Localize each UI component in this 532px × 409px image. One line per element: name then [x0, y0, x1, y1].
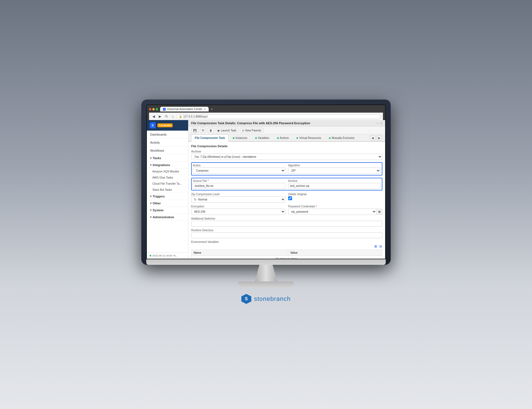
- tab-instances[interactable]: Instances: [229, 134, 251, 141]
- additional-switches-input[interactable]: [191, 221, 382, 227]
- encryption-col: Encryption AES-256: [191, 205, 285, 215]
- archiver-label: Archiver: [191, 150, 382, 153]
- env-remove-button[interactable]: ⊖: [379, 244, 382, 248]
- action-select[interactable]: Compress: [193, 167, 285, 174]
- tab-prev-button[interactable]: ◀: [370, 135, 376, 141]
- delete-original-checkbox[interactable]: [288, 196, 292, 200]
- save-button[interactable]: 💾: [191, 128, 198, 133]
- section-title: File Compression Details: [191, 144, 382, 148]
- sidebar-section-system[interactable]: ▾ System: [147, 207, 188, 214]
- window-titlebar: File Compression Task Details: Compress …: [188, 120, 385, 126]
- sidebar-item-cloud-file[interactable]: Cloud File Transfer Ta...: [147, 181, 188, 187]
- system-arrow: ▾: [150, 209, 152, 212]
- tab-next-button[interactable]: ▶: [376, 135, 382, 141]
- brand-icon: S: [241, 294, 251, 304]
- url-text: 127.0.0.1:8080/uac/: [183, 115, 208, 118]
- tasks-arrow: ▾: [150, 157, 152, 159]
- archive-input[interactable]: [288, 183, 381, 189]
- sidebar-item-aws-glue[interactable]: AWS Glue Tasks: [147, 175, 188, 181]
- source-file-input[interactable]: [193, 183, 285, 189]
- tab-virtual-resources[interactable]: Virtual Resources: [293, 134, 325, 141]
- source-file-label: Source File *: [193, 179, 285, 182]
- runtime-directory-input[interactable]: [191, 232, 382, 238]
- sidebar: S 7.2-ue-dev Dashboards Activity Workflo…: [147, 120, 188, 259]
- screen: S Universal Automation Center ✕ + ◀ ▶ ↻ …: [146, 105, 386, 259]
- status-text: 2022-09-13 18:56 +0...: [152, 254, 178, 257]
- archive-label: Archive: [288, 179, 381, 182]
- browser-top: S Universal Automation Center ✕ +: [149, 107, 383, 111]
- env-col-name: Name: [191, 250, 288, 256]
- sidebar-item-activity[interactable]: Activity: [147, 139, 188, 147]
- source-archive-group: Source File * Archive: [191, 178, 382, 190]
- window-title: File Compression Task Details: Compress …: [191, 121, 310, 125]
- browser-tab[interactable]: S Universal Automation Center ✕: [160, 107, 209, 111]
- window-controls: − □: [377, 121, 382, 125]
- triggers-arrow: ▾: [150, 195, 152, 198]
- action-col: Action Compress: [193, 164, 285, 174]
- new-tab-button[interactable]: +: [211, 107, 213, 111]
- tab-file-compression-task[interactable]: File Compression Task: [191, 134, 229, 142]
- home-button[interactable]: ⌂: [171, 114, 175, 119]
- stand-neck: [255, 265, 277, 281]
- forward-button[interactable]: ▶: [158, 114, 162, 119]
- algorithm-label: Algorithm: [288, 164, 381, 167]
- source-archive-row: Source File * Archive: [193, 179, 381, 189]
- content-area: File Compression Details Archiver 7za: 7…: [188, 142, 385, 259]
- zip-select[interactable]: 5 - Normal: [191, 196, 285, 203]
- brand-footer: S stonebranch: [236, 288, 296, 309]
- maximize-dot[interactable]: [156, 108, 158, 110]
- algorithm-select[interactable]: ZIP: [288, 167, 381, 174]
- archiver-select[interactable]: 7za: 7-Zip (Windows) or p7zip (Linux) - …: [191, 154, 382, 160]
- monitor-stand: [238, 265, 294, 288]
- tab-title: Universal Automation Center: [167, 108, 202, 111]
- copy-button[interactable]: ⧉: [200, 128, 206, 133]
- delete-button[interactable]: 🗑: [208, 128, 214, 133]
- action-algorithm-group: Action Compress Algorithm ZIP: [191, 162, 382, 176]
- integrations-arrow: ▾: [150, 164, 152, 166]
- address-bar[interactable]: 🔒 127.0.0.1:8080/uac/: [177, 114, 381, 119]
- refresh-button[interactable]: ↻: [164, 114, 169, 119]
- pw-credentials-label: Password Credentials *: [288, 205, 382, 208]
- sidebar-item-slack-bot[interactable]: Slack Bot Tasks: [147, 187, 188, 193]
- lock-icon: 🔒: [179, 115, 182, 118]
- browser-dots: [149, 108, 158, 110]
- source-file-col: Source File *: [193, 179, 285, 189]
- launch-task-button[interactable]: ▶ Launch Task: [216, 128, 238, 133]
- monitor-bezel: [146, 259, 386, 265]
- app-container: S 7.2-ue-dev Dashboards Activity Workflo…: [147, 120, 385, 259]
- variables-tab-dot: [255, 137, 257, 139]
- tab-close-button[interactable]: ✕: [204, 108, 206, 111]
- pw-credentials-select[interactable]: zip_password: [288, 209, 377, 215]
- env-col-value: Value: [288, 250, 382, 256]
- other-arrow: ▾: [150, 202, 152, 205]
- encryption-select[interactable]: AES-256: [191, 209, 285, 215]
- minimize-button[interactable]: −: [377, 121, 378, 125]
- sidebar-section-integrations[interactable]: ▾ Integrations: [147, 162, 188, 169]
- env-table: Name Value No items to show.: [191, 250, 382, 259]
- status-indicator: [150, 255, 151, 256]
- sidebar-section-other[interactable]: ▾ Other: [147, 200, 188, 207]
- tab-mutually-exclusive[interactable]: Mutually Exclusive: [325, 134, 358, 141]
- additional-switches-group: Additional Switches: [191, 217, 382, 227]
- sidebar-item-amazon-sqs[interactable]: Amazon SQS Monitor: [147, 169, 188, 175]
- back-button[interactable]: ◀: [151, 114, 156, 119]
- minimize-dot[interactable]: [152, 108, 155, 110]
- sidebar-item-dashboards[interactable]: Dashboards: [147, 131, 188, 139]
- pw-lookup-button[interactable]: ⊞: [377, 209, 382, 215]
- pw-select-group: zip_password ⊞: [288, 209, 382, 215]
- tab-variables[interactable]: Variables: [252, 134, 273, 141]
- env-variables-group: Environment Variables ⊕ ⊖ Name Value: [191, 240, 382, 259]
- browser-nav: ◀ ▶ ↻ ⌂ 🔒 127.0.0.1:8080/uac/: [149, 113, 383, 120]
- tab-actions[interactable]: Actions: [273, 134, 293, 141]
- sidebar-section-administration[interactable]: ▾ Administration: [147, 214, 188, 221]
- maximize-button[interactable]: □: [380, 121, 382, 125]
- env-add-button[interactable]: ⊕: [374, 244, 377, 248]
- delete-col: Delete Original: [288, 193, 382, 203]
- sidebar-item-workflows[interactable]: Workflows: [147, 147, 188, 155]
- view-parents-button[interactable]: ⊙ View Parents: [240, 128, 263, 133]
- sidebar-section-triggers[interactable]: ▾ Triggers: [147, 193, 188, 200]
- close-dot[interactable]: [149, 108, 151, 110]
- sidebar-section-tasks[interactable]: ▾ Tasks: [147, 155, 188, 162]
- zip-delete-row: Zip Compression Level 5 - Normal Delete …: [191, 193, 382, 203]
- algorithm-col: Algorithm ZIP: [288, 164, 381, 174]
